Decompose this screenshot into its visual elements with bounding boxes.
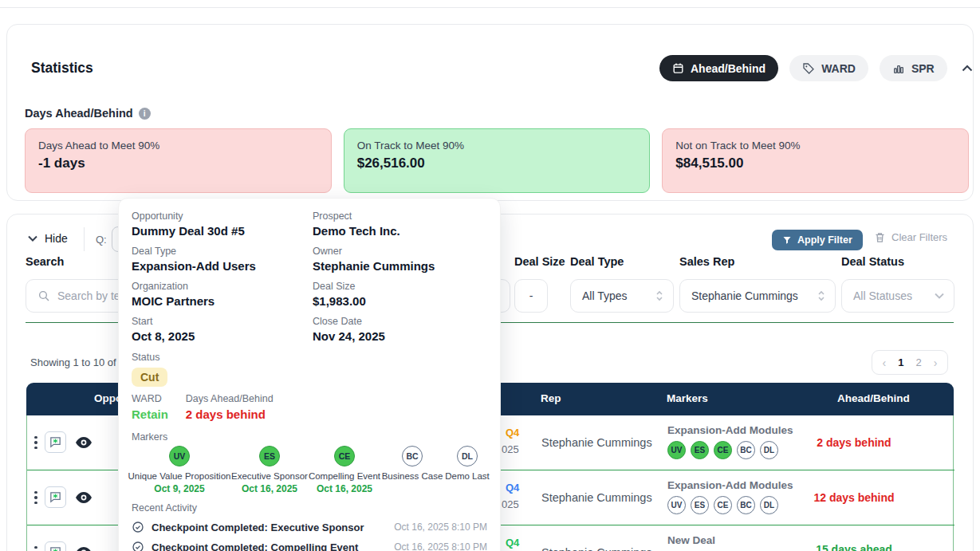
field-start: Start Oct 8, 2025 [132, 316, 313, 351]
deal-type-select[interactable]: All Types [570, 279, 674, 313]
days-value: 2 days behind [186, 407, 274, 421]
stat-cards-row: Days Ahead to Meet 90% -1 days On Track … [25, 128, 969, 193]
ward-label: WARD [132, 393, 168, 404]
stat-card-value: $26,516.00 [357, 155, 637, 171]
comment-sparkle-icon[interactable] [45, 541, 66, 551]
view-ahead-behind-button[interactable]: Ahead/Behind [659, 55, 778, 81]
view-opportunity-eye-icon[interactable] [74, 433, 93, 452]
marker-dl[interactable]: DL [457, 446, 478, 466]
field-prospect: Prospect Demo Tech Inc. [313, 211, 487, 246]
statistics-view-toggle: Ahead/Behind WARD SPR [659, 55, 976, 81]
apply-filter-button[interactable]: Apply Filter [772, 230, 863, 250]
previous-page-button[interactable]: ‹ [883, 356, 887, 369]
chevron-down-icon [28, 235, 37, 242]
app-screen: Statistics Ahead/Behind WARD [0, 0, 980, 551]
field-value: Stephanie Cummings [313, 259, 487, 273]
deal-size-range-separator[interactable]: - [514, 279, 548, 313]
field-value: $1,983.00 [313, 294, 487, 308]
marker-uv[interactable]: UV [169, 446, 190, 466]
deal-type-title: New Deal [667, 534, 715, 546]
marker-uv[interactable]: UV [667, 441, 686, 459]
statistics-panel: Statistics Ahead/Behind WARD [6, 24, 974, 201]
ahead-behind-status: 2 days behind [774, 436, 934, 449]
activity-text: Checkpoint Completed: Compelling Event [152, 541, 387, 551]
stat-card-label: Days Ahead to Meet 90% [38, 140, 318, 152]
recent-activity-label: Recent Activity [132, 502, 487, 514]
row-menu-icon[interactable] [30, 543, 42, 551]
deal-size-filter-label: Deal Size [514, 255, 565, 268]
activity-item: Checkpoint Completed: Compelling Event O… [132, 541, 487, 551]
field-owner: Owner Stephanie Cummings [313, 246, 487, 281]
row-menu-icon[interactable] [30, 433, 42, 452]
days-label: Days Ahead/Behind [186, 393, 274, 404]
marker-uv[interactable]: UV [667, 496, 686, 514]
top-divider [0, 7, 980, 8]
chevron-up-icon[interactable] [958, 65, 976, 72]
view-opportunity-eye-icon[interactable] [74, 543, 93, 551]
sales-rep-select[interactable]: Stephanie Cummings [679, 279, 836, 313]
stat-card-value: -1 days [38, 155, 318, 171]
days-field: Days Ahead/Behind 2 days behind [186, 393, 274, 421]
funnel-icon [782, 235, 792, 245]
rep-name: Stephanie Cummings [541, 546, 652, 551]
ward-value: Retain [132, 407, 168, 421]
view-ward-button[interactable]: WARD [789, 55, 868, 81]
stat-card-days-ahead: Days Ahead to Meet 90% -1 days [25, 128, 332, 193]
field-value: MOIC Partners [132, 294, 313, 308]
next-page-button[interactable]: › [934, 356, 938, 369]
view-opportunity-eye-icon[interactable] [74, 488, 93, 507]
chevron-updown-icon [655, 290, 663, 301]
opportunity-details-popover: Opportunity Dummy Deal 30d #5 Prospect D… [118, 198, 501, 551]
chevron-down-icon [935, 293, 944, 299]
marker-bc[interactable]: BC [737, 441, 755, 459]
deal-type-value: All Types [582, 289, 628, 302]
stat-card-label: Not on Track to Meet 90% [675, 140, 955, 152]
close-date-fragment: 025 [502, 498, 519, 510]
marker-ce[interactable]: CE [714, 441, 732, 459]
field-label: Organization [132, 281, 313, 292]
showing-entries-text: Showing 1 to 10 of [30, 356, 116, 368]
pagination: ‹ 1 2 › [872, 350, 948, 375]
marker-ce[interactable]: CE [334, 446, 355, 466]
field-deal-size: Deal Size $1,983.00 [313, 281, 487, 316]
clear-filters-button[interactable]: Clear Filters [874, 231, 947, 243]
hide-filters-toggle[interactable]: Hide [28, 232, 68, 245]
check-circle-icon [132, 541, 144, 551]
marker-es[interactable]: ES [691, 441, 709, 459]
page-1-button[interactable]: 1 [898, 356, 903, 368]
field-close-date: Close Date Nov 24, 2025 [313, 316, 487, 351]
field-value: Expansion-Add Users [132, 259, 313, 273]
quarter-badge: Q4 [506, 427, 519, 439]
tag-icon [802, 62, 815, 75]
view-spr-button[interactable]: SPR [880, 55, 947, 81]
marker-ce[interactable]: CE [714, 496, 732, 514]
deal-status-select[interactable]: All Statuses [841, 279, 954, 313]
check-circle-icon [132, 521, 144, 533]
info-icon[interactable]: i [139, 108, 151, 120]
row-menu-icon[interactable] [30, 488, 42, 507]
comment-sparkle-icon[interactable] [45, 486, 66, 508]
statistics-title: Statistics [31, 60, 93, 77]
chevron-updown-icon [817, 290, 825, 301]
days-ahead-behind-section-label: Days Ahead/Behind i [25, 107, 151, 120]
view-label: SPR [911, 62, 935, 75]
field-label: Start [132, 316, 313, 327]
activity-text: Checkpoint Completed: Executive Sponsor [152, 521, 387, 533]
status-section: Status Cut [132, 352, 167, 387]
page-2-button[interactable]: 2 [916, 356, 922, 368]
stat-card-label: On Track to Meet 90% [357, 140, 637, 152]
column-rep: Rep [541, 392, 561, 404]
marker-es[interactable]: ES [259, 446, 280, 466]
marker-column-dl: DL Demo Last [415, 446, 519, 481]
ward-field: WARD Retain [132, 393, 168, 421]
marker-es[interactable]: ES [691, 496, 709, 514]
column-ahead-behind: Ahead/Behind [837, 392, 910, 404]
marker-name: Demo Last [415, 471, 519, 481]
activity-time: Oct 16, 2025 8:10 PM [394, 541, 487, 551]
field-label: Prospect [313, 211, 487, 222]
recent-activity-section: Recent Activity Checkpoint Completed: Ex… [132, 502, 487, 551]
section-label-text: Days Ahead/Behind [25, 107, 133, 120]
marker-bc[interactable]: BC [737, 496, 755, 514]
comment-sparkle-icon[interactable] [45, 431, 66, 453]
field-label: Opportunity [132, 211, 313, 222]
